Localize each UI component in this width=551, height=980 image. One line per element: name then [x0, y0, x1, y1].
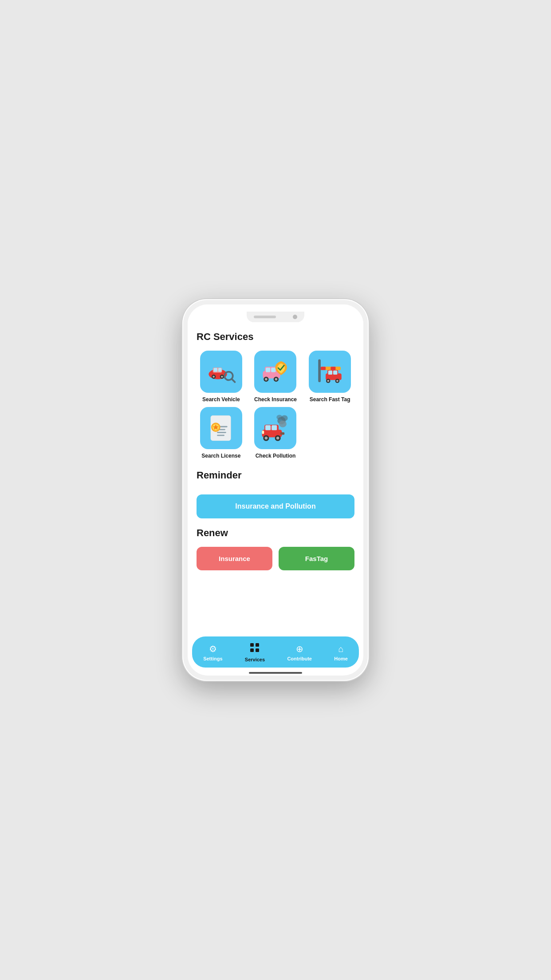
services-title: RC Services — [197, 331, 354, 343]
check-pollution-icon-box — [254, 407, 296, 449]
nav-home[interactable]: ⌂ Home — [329, 642, 353, 663]
reminder-section: Reminder Insurance and Pollution — [197, 470, 354, 518]
nav-services-label: Services — [245, 657, 265, 662]
search-vehicle-icon-box — [200, 351, 242, 393]
home-indicator — [249, 672, 302, 674]
renew-section: Renew Insurance FasTag — [197, 527, 354, 570]
svg-point-30 — [327, 380, 330, 382]
svg-rect-56 — [250, 643, 254, 647]
check-pollution-label: Check Pollution — [256, 453, 296, 459]
search-license-icon-box — [200, 407, 242, 449]
svg-rect-24 — [336, 367, 341, 370]
svg-rect-27 — [328, 371, 332, 375]
notch — [247, 312, 304, 322]
status-bar — [188, 304, 363, 324]
side-btn-right — [373, 370, 375, 406]
services-row-2: Search License — [197, 407, 354, 459]
svg-rect-49 — [272, 425, 277, 430]
svg-rect-38 — [217, 435, 224, 436]
insurance-pollution-button[interactable]: Insurance and Pollution — [197, 494, 354, 518]
svg-rect-22 — [326, 367, 331, 370]
service-search-license[interactable]: Search License — [197, 407, 246, 459]
search-fast-tag-icon — [313, 355, 346, 388]
side-btn-2 — [176, 364, 178, 388]
side-btn-1 — [176, 344, 178, 359]
home-icon: ⌂ — [338, 644, 344, 654]
nav-home-label: Home — [334, 656, 348, 661]
phone-screen: RC Services — [188, 304, 363, 676]
camera — [293, 315, 297, 319]
check-pollution-icon — [259, 411, 292, 445]
renew-buttons: Insurance FasTag — [197, 547, 354, 570]
svg-rect-48 — [265, 425, 271, 430]
svg-point-18 — [275, 378, 278, 381]
service-search-fast-tag[interactable]: Search Fast Tag — [305, 351, 354, 403]
search-license-label: Search License — [201, 453, 240, 459]
nav-services[interactable]: Services — [240, 641, 270, 664]
svg-rect-28 — [333, 371, 337, 375]
svg-point-45 — [279, 421, 287, 427]
plus-circle-icon: ⊕ — [296, 644, 303, 654]
spacer — [197, 579, 354, 588]
svg-rect-19 — [318, 359, 321, 382]
svg-rect-21 — [321, 367, 326, 370]
svg-rect-55 — [262, 431, 264, 434]
side-btn-3 — [176, 392, 178, 417]
services-row-1: Search Vehicle — [197, 351, 354, 403]
svg-rect-13 — [266, 368, 270, 372]
speaker — [254, 316, 276, 318]
renew-fastag-button[interactable]: FasTag — [279, 547, 354, 570]
check-insurance-icon-box — [254, 351, 296, 393]
search-fast-tag-icon-box — [309, 351, 351, 393]
search-vehicle-icon — [205, 355, 238, 388]
nav-settings-label: Settings — [203, 656, 222, 661]
search-license-icon — [205, 411, 238, 445]
grid-icon — [250, 643, 260, 655]
search-vehicle-label: Search Vehicle — [202, 396, 240, 403]
main-content: RC Services — [188, 324, 363, 636]
check-insurance-label: Check Insurance — [254, 396, 297, 403]
svg-point-8 — [221, 375, 223, 378]
check-insurance-icon — [259, 355, 292, 388]
service-check-pollution[interactable]: Check Pollution — [251, 407, 300, 459]
nav-settings[interactable]: ⚙ Settings — [198, 642, 228, 663]
nav-contribute-label: Contribute — [287, 656, 312, 661]
svg-line-10 — [232, 379, 235, 382]
svg-point-54 — [276, 437, 279, 440]
nav-contribute[interactable]: ⊕ Contribute — [282, 642, 317, 663]
svg-rect-14 — [272, 368, 276, 372]
svg-rect-3 — [213, 368, 217, 371]
renew-insurance-button[interactable]: Insurance — [197, 547, 272, 570]
svg-point-6 — [213, 375, 215, 378]
bottom-nav: ⚙ Settings Services ⊕ Contribute — [192, 636, 359, 668]
svg-point-52 — [265, 437, 268, 440]
svg-rect-50 — [280, 432, 284, 435]
svg-rect-59 — [256, 648, 259, 652]
svg-rect-23 — [331, 367, 336, 370]
renew-title: Renew — [197, 527, 354, 539]
service-check-insurance[interactable]: Check Insurance — [251, 351, 300, 403]
svg-rect-4 — [218, 368, 222, 371]
gear-icon: ⚙ — [209, 644, 217, 654]
svg-rect-58 — [250, 648, 254, 652]
search-fast-tag-label: Search Fast Tag — [310, 396, 350, 403]
service-search-vehicle[interactable]: Search Vehicle — [197, 351, 246, 403]
svg-rect-57 — [256, 643, 259, 647]
svg-rect-37 — [217, 432, 226, 433]
phone-frame: RC Services — [182, 299, 369, 681]
svg-point-44 — [277, 415, 283, 420]
reminder-title: Reminder — [197, 470, 354, 481]
svg-point-32 — [336, 380, 338, 382]
svg-point-16 — [265, 378, 268, 381]
